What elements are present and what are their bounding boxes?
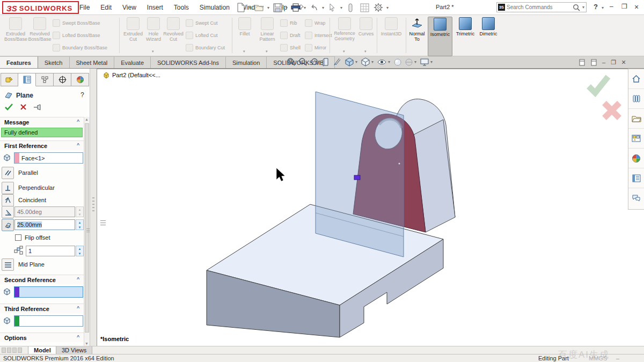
menu-edit[interactable]: Edit bbox=[95, 0, 117, 14]
display-style-icon[interactable]: ▾ bbox=[361, 57, 374, 67]
units-label[interactable]: MMGS bbox=[589, 355, 607, 361]
number-of-planes-field[interactable]: 1 bbox=[26, 246, 75, 256]
view-isometric-button[interactable]: Isometric bbox=[428, 17, 452, 56]
zoom-to-area-icon[interactable] bbox=[298, 57, 308, 67]
angle-spinner[interactable]: ▲▼ bbox=[76, 206, 84, 217]
reference-plane[interactable] bbox=[316, 92, 404, 257]
second-reference-selection-box[interactable] bbox=[14, 286, 83, 298]
doc-minimize-button[interactable]: – bbox=[602, 59, 605, 65]
instant3d-button[interactable]: Instant3D bbox=[379, 17, 404, 55]
graphics-viewport[interactable]: Part2 (Default<<... bbox=[97, 69, 628, 346]
normal-to-button[interactable]: Normal To bbox=[408, 17, 426, 55]
solidworks-forum-icon[interactable] bbox=[628, 188, 644, 208]
swept-cut-button[interactable]: Swept Cut bbox=[186, 17, 231, 29]
pm-help-icon[interactable]: ? bbox=[80, 91, 84, 99]
window-minimize-button[interactable]: – bbox=[610, 3, 613, 10]
view-dimetric-button[interactable]: Dimetric bbox=[478, 17, 499, 55]
revolved-boss-base-button[interactable]: Revolved Boss/Base bbox=[28, 17, 52, 55]
options-header[interactable]: Options bbox=[0, 333, 84, 342]
property-manager-tab[interactable] bbox=[18, 73, 36, 86]
third-reference-selection-box[interactable] bbox=[14, 315, 83, 327]
scroll-up-arrow[interactable]: ▲ bbox=[85, 117, 89, 121]
section-view-icon[interactable] bbox=[322, 57, 330, 67]
custom-properties-icon[interactable] bbox=[628, 168, 644, 188]
open-document-icon[interactable] bbox=[253, 2, 266, 13]
hide-show-items-icon[interactable]: ▾ bbox=[377, 58, 391, 66]
cancel-button[interactable] bbox=[20, 104, 27, 110]
lofted-cut-button[interactable]: Lofted Cut bbox=[186, 29, 231, 41]
home-tab-icon[interactable] bbox=[628, 69, 644, 89]
new-document-icon[interactable] bbox=[235, 2, 247, 13]
menu-tools[interactable]: Tools bbox=[169, 0, 194, 14]
window-split-handle[interactable] bbox=[12, 348, 17, 353]
shell-button[interactable]: Shell bbox=[280, 42, 304, 54]
tab-solidworks-add-ins[interactable]: SOLIDWORKS Add-Ins bbox=[151, 56, 226, 68]
search-scope-caret[interactable]: ▾ bbox=[582, 5, 584, 10]
evaluate-table-icon[interactable] bbox=[358, 2, 371, 13]
menu-simulation[interactable]: Simulation bbox=[194, 0, 235, 14]
tab-simulation[interactable]: Simulation bbox=[226, 56, 267, 68]
message-group-header[interactable]: Message bbox=[0, 117, 84, 127]
window-split-handle[interactable] bbox=[2, 348, 6, 353]
scroll-down-arrow[interactable]: ▼ bbox=[85, 342, 89, 345]
extruded-boss-base-button[interactable]: Extruded Boss/Base bbox=[4, 17, 27, 55]
view-palette-icon[interactable] bbox=[628, 129, 644, 149]
tab-features[interactable]: Features bbox=[0, 56, 38, 68]
doc-window-icon[interactable] bbox=[590, 59, 597, 66]
offset-distance-field[interactable]: 25.00mm bbox=[14, 219, 75, 230]
collapse-first-ref-chevron[interactable]: ^ bbox=[77, 142, 79, 147]
display-manager-tab[interactable] bbox=[71, 73, 89, 86]
apply-scene-icon[interactable]: ▾ bbox=[405, 58, 417, 67]
panel-splitter[interactable] bbox=[90, 69, 97, 346]
wrap-button[interactable]: Wrap bbox=[305, 17, 328, 29]
menu-insert[interactable]: Insert bbox=[142, 0, 169, 14]
collapse-second-ref-chevron[interactable]: ^ bbox=[77, 276, 79, 282]
zoom-to-fit-icon[interactable] bbox=[287, 57, 296, 67]
angle-button[interactable] bbox=[2, 206, 14, 218]
doc-window-icon[interactable] bbox=[579, 59, 585, 66]
extruded-cut-button[interactable]: Extruded Cut bbox=[122, 17, 144, 55]
collapse-third-ref-chevron[interactable]: ^ bbox=[77, 305, 79, 311]
print-icon[interactable] bbox=[289, 2, 302, 13]
first-reference-selection-box[interactable]: Face<1> bbox=[14, 152, 83, 164]
revolved-cut-button[interactable]: Revolved Cut bbox=[163, 17, 184, 55]
search-magnifier-icon[interactable] bbox=[573, 4, 580, 11]
doc-restore-button[interactable]: ❐ bbox=[611, 59, 616, 66]
help-icon[interactable]: ? bbox=[594, 3, 598, 11]
model-tab[interactable]: Model bbox=[28, 346, 57, 354]
tab-sheet-metal[interactable]: Sheet Metal bbox=[70, 56, 115, 68]
draft-button[interactable]: Draft bbox=[280, 29, 304, 41]
window-split-handle[interactable] bbox=[18, 348, 22, 353]
first-reference-header[interactable]: First Reference bbox=[0, 141, 84, 150]
pm-scrollbar[interactable]: ▲ ▼ bbox=[84, 117, 90, 346]
number-of-planes-spinner[interactable]: ▲▼ bbox=[76, 246, 84, 256]
window-split-handle[interactable] bbox=[7, 348, 11, 353]
boundary-cut-button[interactable]: Boundary Cut bbox=[186, 42, 231, 54]
boundary-boss-base-button[interactable]: Boundary Boss/Base bbox=[53, 42, 118, 54]
undo-icon[interactable] bbox=[308, 2, 320, 13]
view-trimetric-button[interactable]: Trimetric bbox=[454, 17, 477, 55]
flip-offset-checkbox[interactable] bbox=[15, 234, 21, 241]
keep-visible-pin-icon[interactable] bbox=[33, 104, 42, 110]
perpendicular-constraint-button[interactable] bbox=[2, 182, 14, 194]
panel-flyout-grip[interactable] bbox=[100, 220, 106, 225]
angle-field[interactable]: 45.00deg bbox=[14, 206, 75, 217]
coincident-constraint-button[interactable] bbox=[2, 194, 14, 206]
lofted-boss-base-button[interactable]: Lofted Boss/Base bbox=[53, 29, 118, 41]
previous-view-icon[interactable] bbox=[310, 57, 319, 67]
save-icon[interactable] bbox=[271, 2, 284, 13]
edit-appearance-icon[interactable] bbox=[393, 58, 402, 67]
offset-distance-spinner[interactable]: ▲▼ bbox=[76, 219, 84, 230]
mirror-button[interactable]: Mirror bbox=[305, 42, 328, 54]
intersect-button[interactable]: Intersect bbox=[305, 29, 328, 41]
help-caret[interactable]: ▾ bbox=[602, 5, 604, 10]
dimxpert-manager-tab[interactable] bbox=[54, 73, 71, 86]
file-explorer-icon[interactable] bbox=[628, 109, 644, 129]
view-settings-icon[interactable]: ▾ bbox=[420, 58, 433, 67]
view-orientation-icon[interactable]: ▾ bbox=[345, 57, 358, 67]
tab-evaluate[interactable]: Evaluate bbox=[114, 56, 151, 68]
tab-sketch[interactable]: Sketch bbox=[38, 56, 70, 68]
doc-close-button[interactable]: × bbox=[621, 58, 626, 67]
search-input[interactable] bbox=[507, 4, 571, 10]
model-3d-view[interactable] bbox=[97, 69, 628, 346]
